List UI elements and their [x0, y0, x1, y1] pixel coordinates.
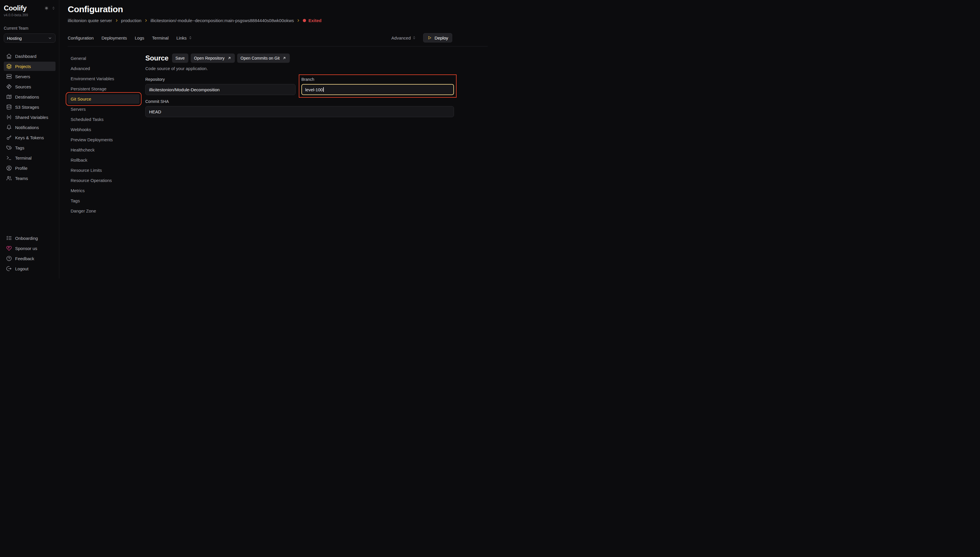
sidebar-item-sources[interactable]: Sources: [4, 82, 55, 91]
sidebar-item-onboarding[interactable]: Onboarding: [4, 233, 55, 243]
subnav-item-git-source[interactable]: Git Source: [68, 94, 140, 104]
heart-icon: [6, 245, 12, 251]
subnav-item-resource-limits[interactable]: Resource Limits: [68, 165, 140, 175]
sidebar-spacer: [4, 183, 55, 225]
sidebar-item-label: Sponsor us: [15, 246, 37, 251]
sidebar-item-shared-variables[interactable]: Shared Variables: [4, 112, 55, 122]
subnav-item-general[interactable]: General: [68, 54, 140, 63]
sidebar-item-logout[interactable]: Logout: [4, 264, 55, 273]
database-icon: [6, 104, 12, 110]
branch-label: Branch: [301, 77, 454, 82]
status-label: Exited: [308, 18, 322, 23]
app-version: v4.0.0-beta.399: [4, 13, 55, 17]
sidebar-item-label: Teams: [15, 176, 28, 181]
commit-sha-label: Commit SHA: [145, 99, 454, 104]
team-select[interactable]: Hosting: [4, 33, 55, 43]
tab-deployments[interactable]: Deployments: [101, 36, 127, 41]
sidebar-item-keys-tokens[interactable]: Keys & Tokens: [4, 133, 55, 142]
sidebar-item-teams[interactable]: Teams: [4, 174, 55, 183]
tab-links[interactable]: Links: [176, 36, 192, 41]
tab-label: Configuration: [68, 36, 94, 41]
branch-field: Branch level-100: [301, 77, 454, 95]
branch-input[interactable]: level-100: [301, 84, 454, 95]
subnav-item-servers[interactable]: Servers: [68, 104, 140, 114]
subnav-item-persistent-storage[interactable]: Persistent Storage: [68, 84, 140, 94]
sidebar-item-label: Profile: [15, 166, 28, 171]
section-title: Source: [145, 54, 169, 62]
repository-input[interactable]: illicitestonion/Module-Decomposition: [145, 84, 296, 95]
sidebar-item-label: Servers: [15, 74, 30, 79]
save-button[interactable]: Save: [172, 54, 189, 63]
app-logo[interactable]: Coolify: [4, 4, 27, 12]
chevrons-up-down-icon[interactable]: [52, 6, 55, 10]
sidebar-item-tags[interactable]: Tags: [4, 143, 55, 152]
sidebar-item-terminal[interactable]: Terminal: [4, 153, 55, 163]
sidebar-item-label: Terminal: [15, 156, 32, 160]
tabs-actions: Advanced Deploy: [392, 33, 452, 42]
repository-label: Repository: [145, 77, 296, 82]
tabs-row: ConfigurationDeploymentsLogsTerminalLink…: [68, 33, 490, 42]
status-dot: [303, 19, 306, 22]
subnav-item-resource-operations[interactable]: Resource Operations: [68, 176, 140, 185]
sidebar-item-dashboard[interactable]: Dashboard: [4, 52, 55, 61]
deploy-button[interactable]: Deploy: [423, 33, 452, 42]
tab-label: Deployments: [101, 36, 127, 41]
subnav-item-scheduled-tasks[interactable]: Scheduled Tasks: [68, 114, 140, 124]
chevrons-up-down-icon: [189, 36, 192, 40]
breadcrumb-item[interactable]: production: [121, 18, 141, 23]
subnav-item-advanced[interactable]: Advanced: [68, 64, 140, 73]
team-select-value: Hosting: [7, 36, 22, 41]
tab-logs[interactable]: Logs: [135, 36, 145, 41]
subnav-item-preview-deployments[interactable]: Preview Deployments: [68, 135, 140, 145]
commit-sha-field: Commit SHA HEAD: [145, 99, 454, 117]
sidebar-item-s3-storages[interactable]: S3 Storages: [4, 102, 55, 112]
sidebar-item-servers[interactable]: Servers: [4, 72, 55, 81]
subnav-item-tags[interactable]: Tags: [68, 196, 140, 205]
breadcrumb-item[interactable]: illicitonion quote server: [68, 18, 112, 23]
subnav-item-environment-variables[interactable]: Environment Variables: [68, 74, 140, 83]
open-commits-button[interactable]: Open Commits on Git: [237, 54, 290, 63]
subnav-item-healthcheck[interactable]: Healthcheck: [68, 145, 140, 155]
users-icon: [6, 175, 12, 181]
sidebar-item-profile[interactable]: Profile: [4, 163, 55, 173]
deploy-label: Deploy: [434, 36, 448, 41]
configuration-content: GeneralAdvancedEnvironment VariablesPers…: [68, 54, 490, 216]
sidebar-item-feedback[interactable]: Feedback: [4, 254, 55, 263]
sidebar-item-sponsor-us[interactable]: Sponsor us: [4, 244, 55, 253]
logout-icon: [6, 266, 12, 272]
commit-sha-value: HEAD: [149, 109, 161, 114]
sidebar-item-label: Shared Variables: [15, 115, 48, 120]
user-circle-icon: [6, 165, 12, 171]
play-icon: [427, 36, 432, 40]
sidebar-item-label: Dashboard: [15, 54, 36, 59]
breadcrumb: illicitonion quote serverproductionillic…: [68, 18, 490, 23]
subnav-item-metrics[interactable]: Metrics: [68, 186, 140, 195]
sidebar-item-notifications[interactable]: Notifications: [4, 123, 55, 132]
breadcrumb-item[interactable]: illicitestonion/-module--decomposition:m…: [151, 18, 294, 23]
sidebar-item-label: Sources: [15, 84, 31, 89]
subnav-item-danger-zone[interactable]: Danger Zone: [68, 206, 140, 216]
commit-sha-input[interactable]: HEAD: [145, 106, 454, 117]
tab-configuration[interactable]: Configuration: [68, 36, 94, 41]
text-caret: [323, 87, 324, 92]
sun-icon[interactable]: [44, 6, 49, 10]
subnav-item-webhooks[interactable]: Webhooks: [68, 125, 140, 134]
source-form: Repository illicitestonion/Module-Decomp…: [145, 77, 454, 117]
tab-terminal[interactable]: Terminal: [152, 36, 169, 41]
sidebar-footer-nav: OnboardingSponsor usFeedbackLogout: [4, 233, 55, 273]
subnav-item-rollback[interactable]: Rollback: [68, 155, 140, 165]
current-team-label: Current Team: [4, 26, 55, 31]
open-repository-button[interactable]: Open Repository: [191, 54, 235, 63]
sidebar-item-destinations[interactable]: Destinations: [4, 92, 55, 101]
advanced-menu[interactable]: Advanced: [392, 36, 416, 41]
home-icon: [6, 53, 12, 59]
sidebar-header-icons: [44, 6, 55, 10]
sidebar-item-label: S3 Storages: [15, 105, 39, 109]
chevron-down-icon: [48, 36, 52, 41]
open-commits-label: Open Commits on Git: [241, 56, 280, 60]
sidebar-item-projects[interactable]: Projects: [4, 62, 55, 71]
source-header: Source Save Open Repository Open Commits…: [145, 54, 454, 63]
source-section: Source Save Open Repository Open Commits…: [145, 54, 454, 216]
variable-icon: [6, 114, 12, 120]
layers-icon: [6, 64, 12, 69]
